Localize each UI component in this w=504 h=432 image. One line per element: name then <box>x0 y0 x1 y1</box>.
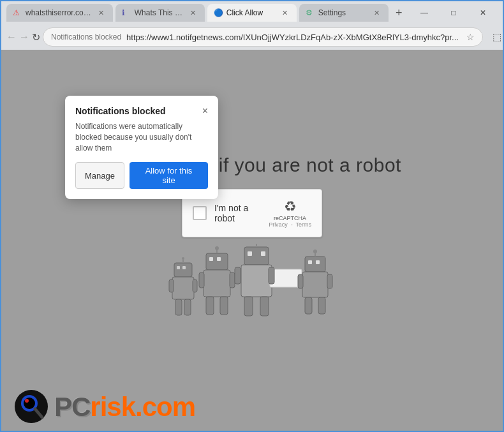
popup-header: Notifications blocked × <box>75 106 208 116</box>
svg-rect-30 <box>244 297 253 316</box>
notification-popup: Notifications blocked × Notifications we… <box>65 96 218 199</box>
svg-rect-40 <box>305 297 312 314</box>
svg-rect-15 <box>204 270 230 297</box>
tab3-favicon: 🔵 <box>214 8 223 17</box>
tab4-favicon: ⚙ <box>306 8 315 17</box>
window-controls: — □ ✕ <box>410 3 498 23</box>
tab3-close-icon[interactable]: ✕ <box>280 8 290 18</box>
recaptcha-logo: ♻ reCAPTCHA Privacy - Terms <box>269 198 311 228</box>
svg-rect-12 <box>217 257 221 261</box>
captcha-checkbox[interactable] <box>193 206 207 220</box>
svg-rect-28 <box>235 267 241 284</box>
manage-button[interactable]: Manage <box>75 162 124 189</box>
popup-title: Notifications blocked <box>75 106 166 116</box>
svg-point-36 <box>313 250 317 253</box>
extensions-button[interactable]: ⬚ <box>488 28 504 46</box>
svg-rect-37 <box>302 272 328 297</box>
svg-rect-22 <box>261 251 265 256</box>
refresh-button[interactable]: ↻ <box>32 28 40 46</box>
svg-point-14 <box>215 246 219 250</box>
svg-rect-38 <box>298 274 303 288</box>
svg-rect-17 <box>230 272 235 288</box>
svg-point-4 <box>182 257 184 260</box>
svg-rect-31 <box>260 297 269 316</box>
tab1-close-icon[interactable]: ✕ <box>96 8 107 18</box>
robots-illustration <box>163 244 341 327</box>
svg-point-44 <box>24 398 35 409</box>
tab-2[interactable]: ℹ Whats This Error ✕ <box>115 4 205 22</box>
svg-rect-20 <box>244 247 269 265</box>
chrome-browser: ⚠ whatsthiserror.com/b... ✕ ℹ Whats This… <box>1 1 503 431</box>
forward-button[interactable]: → <box>19 28 29 46</box>
svg-rect-0 <box>174 263 192 277</box>
close-window-button[interactable]: ✕ <box>468 3 498 23</box>
risk-text: risk.com <box>90 394 195 421</box>
minimize-button[interactable]: — <box>410 3 439 23</box>
svg-rect-11 <box>209 257 213 261</box>
pcrisk-text: PCrisk.com <box>54 394 195 421</box>
tab-3[interactable]: 🔵 Click Allow ✕ <box>207 4 297 22</box>
svg-rect-21 <box>248 251 252 256</box>
tab-1[interactable]: ⚠ whatsthiserror.com/b... ✕ <box>6 4 113 22</box>
recaptcha-brand: reCAPTCHA <box>274 215 306 221</box>
recaptcha-icon: ♻ <box>284 198 297 215</box>
security-label: Notifications blocked <box>51 33 121 41</box>
svg-rect-19 <box>220 297 228 315</box>
svg-rect-2 <box>182 266 186 269</box>
svg-rect-25 <box>241 265 272 297</box>
url-display: https://www1.notifgetnews.com/IXUnOjjWYz… <box>126 33 459 42</box>
pcrisk-icon <box>14 389 49 424</box>
pcrisk-logo: PCrisk.com <box>14 389 195 424</box>
svg-rect-18 <box>206 297 214 315</box>
svg-rect-39 <box>327 274 332 288</box>
toolbar-actions: ⬚ 👤 ⋮ <box>488 28 504 46</box>
svg-rect-5 <box>172 277 194 299</box>
svg-rect-10 <box>206 253 228 270</box>
svg-rect-34 <box>316 260 320 264</box>
allow-for-site-button[interactable]: Allow for this site <box>130 162 208 189</box>
back-button[interactable]: ← <box>6 28 17 46</box>
svg-rect-7 <box>193 279 197 292</box>
tab2-label: Whats This Error <box>135 8 184 17</box>
svg-rect-6 <box>169 279 174 292</box>
maximize-button[interactable]: □ <box>439 3 468 23</box>
popup-buttons: Manage Allow for this site <box>75 162 208 189</box>
title-bar: ⚠ whatsthiserror.com/b... ✕ ℹ Whats This… <box>1 1 503 24</box>
popup-description: Notifications were automatically blocked… <box>75 121 208 153</box>
tab1-favicon: ⚠ <box>13 8 22 17</box>
svg-rect-29 <box>269 267 274 284</box>
tab2-favicon: ℹ <box>122 8 131 17</box>
new-tab-button[interactable]: + <box>391 4 407 22</box>
tab3-label: Click Allow <box>226 8 276 17</box>
privacy-link[interactable]: Privacy <box>269 221 288 228</box>
tab2-close-icon[interactable]: ✕ <box>188 8 198 18</box>
tab4-close-icon[interactable]: ✕ <box>372 8 382 18</box>
tab-4[interactable]: ⚙ Settings ✕ <box>299 4 389 22</box>
svg-rect-41 <box>318 297 325 314</box>
web-content: Notifications blocked × Notifications we… <box>1 50 503 431</box>
svg-rect-32 <box>305 257 325 272</box>
address-bar: ← → ↻ Notifications blocked https://www1… <box>1 24 503 50</box>
svg-rect-33 <box>308 260 312 264</box>
terms-link[interactable]: Terms <box>295 221 311 228</box>
svg-rect-8 <box>175 299 182 315</box>
robots-svg <box>163 244 341 327</box>
captcha-label: I'm not a robot <box>214 203 261 223</box>
svg-point-45 <box>25 399 29 403</box>
pc-text: PC <box>54 394 90 421</box>
svg-rect-9 <box>184 299 191 315</box>
popup-close-icon[interactable]: × <box>202 106 208 116</box>
tab4-label: Settings <box>318 8 368 17</box>
bookmark-icon[interactable]: ☆ <box>466 32 475 42</box>
address-field[interactable]: Notifications blocked https://www1.notif… <box>43 27 483 47</box>
recaptcha-links: Privacy - Terms <box>269 221 311 228</box>
svg-rect-1 <box>177 266 180 269</box>
svg-rect-16 <box>199 272 204 288</box>
tab1-label: whatsthiserror.com/b... <box>26 8 93 17</box>
